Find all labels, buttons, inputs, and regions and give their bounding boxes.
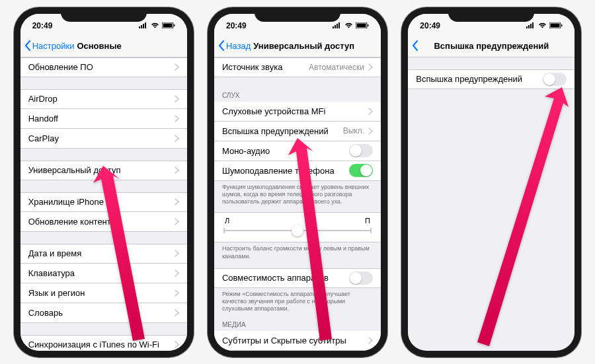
compat-switch[interactable]	[349, 272, 373, 285]
signal-icon	[333, 22, 342, 28]
page-title: Универсальный доступ	[253, 41, 354, 51]
row-noise-cancel[interactable]: Шумоподавление телефона	[214, 161, 381, 181]
status-icons	[139, 22, 175, 28]
status-time: 20:49	[32, 21, 60, 30]
noise-switch[interactable]	[349, 164, 373, 177]
svg-rect-17	[528, 25, 530, 28]
svg-rect-18	[530, 24, 532, 28]
page-title: Вспышка предупреждений	[408, 41, 575, 51]
row-accessibility[interactable]: Универсальный доступ	[20, 161, 187, 180]
svg-marker-23	[477, 87, 569, 346]
balance-left: Л	[225, 217, 229, 225]
chevron-right-icon	[175, 341, 179, 348]
wifi-icon	[538, 22, 547, 28]
compat-footer: Режим «Совместимость аппаратов» улучшает…	[214, 288, 381, 314]
svg-rect-5	[163, 24, 172, 28]
row-dictionary[interactable]: Словарь	[20, 303, 187, 323]
slider-knob[interactable]	[292, 225, 303, 237]
chevron-right-icon	[368, 63, 373, 71]
row-language[interactable]: Язык и регион	[20, 283, 187, 303]
row-bgrefresh[interactable]: Обновление контента	[20, 212, 187, 232]
chevron-right-icon	[175, 135, 179, 142]
chevron-right-icon	[175, 250, 179, 257]
battery-icon	[162, 22, 175, 28]
media-header: МЕДИА	[214, 318, 381, 331]
content-1: Обновление ПО AirDrop Handoff CarPlay Ун…	[20, 57, 187, 351]
chevron-right-icon	[175, 95, 179, 102]
screen-3: 20:49 Вспышка предупреждений Вспышка пре…	[408, 14, 575, 351]
status-time: 20:49	[420, 21, 448, 30]
chevron-right-icon	[368, 337, 373, 344]
svg-rect-2	[143, 24, 144, 28]
svg-rect-22	[561, 24, 563, 26]
row-mono-audio[interactable]: Моно-аудио	[214, 141, 381, 161]
chevron-right-icon	[175, 198, 179, 205]
content-3: Вспышка предупреждений	[408, 69, 575, 89]
content-2: Источник звукаАвтоматически СЛУХ Слуховы…	[214, 57, 381, 351]
mono-switch[interactable]	[349, 144, 373, 157]
chevron-right-icon	[175, 289, 179, 297]
chevron-right-icon	[368, 108, 373, 115]
status-time: 20:49	[226, 21, 254, 30]
status-icons	[333, 22, 369, 28]
svg-rect-10	[337, 24, 338, 28]
row-storage[interactable]: Хранилище iPhone	[20, 192, 187, 212]
row-datetime[interactable]: Дата и время	[20, 244, 187, 264]
notch	[61, 7, 147, 22]
battery-icon	[356, 22, 369, 28]
chevron-right-icon	[175, 270, 179, 277]
row-airdrop[interactable]: AirDrop	[20, 89, 187, 109]
row-software-update[interactable]: Обновление ПО	[20, 57, 187, 77]
phone-2: 20:49 Назад Универсальный доступ Источни…	[208, 7, 387, 357]
flash-switch[interactable]	[543, 73, 567, 86]
navbar-3: Вспышка предупреждений	[408, 35, 575, 57]
row-subtitles[interactable]: Субтитры и Скрытые субтитры	[214, 331, 381, 351]
chevron-right-icon	[368, 127, 373, 135]
row-carplay[interactable]: CarPlay	[20, 129, 187, 149]
svg-rect-11	[338, 22, 340, 28]
status-icons	[526, 22, 563, 28]
row-itunes-wifi[interactable]: Синхронизация с iTunes по Wi-Fi	[20, 335, 187, 351]
wifi-icon	[344, 22, 353, 28]
svg-rect-1	[141, 25, 142, 28]
battery-icon	[549, 22, 563, 28]
svg-rect-3	[145, 22, 146, 28]
chevron-right-icon	[175, 63, 179, 71]
back-button[interactable]: Назад	[218, 40, 251, 51]
svg-rect-21	[551, 24, 560, 28]
chevron-right-icon	[175, 309, 179, 316]
wifi-icon	[151, 22, 159, 28]
balance-slider[interactable]: ЛП	[214, 212, 381, 242]
row-led-flash-toggle[interactable]: Вспышка предупреждений	[408, 69, 575, 89]
row-keyboard[interactable]: Клавиатура	[20, 264, 187, 283]
svg-rect-16	[526, 26, 528, 28]
svg-rect-0	[139, 26, 140, 28]
row-hearing-devices[interactable]: Слуховые устройства MFi	[214, 102, 381, 122]
navbar-2: Назад Универсальный доступ	[214, 35, 381, 57]
chevron-right-icon	[175, 115, 179, 122]
back-label: Назад	[226, 41, 251, 51]
page-title: Основные	[77, 41, 121, 51]
svg-rect-6	[174, 24, 175, 26]
phone-1: 20:49 Настройки Основные Обновление ПО A…	[14, 7, 194, 357]
notch	[448, 7, 534, 22]
back-button[interactable]: Настройки	[24, 40, 75, 51]
svg-rect-13	[356, 24, 366, 28]
chevron-right-icon	[175, 166, 179, 174]
chevron-right-icon	[175, 218, 179, 225]
row-audio-source[interactable]: Источник звукаАвтоматически	[214, 57, 381, 77]
signal-icon	[526, 22, 536, 28]
row-handoff[interactable]: Handoff	[20, 109, 187, 129]
svg-rect-19	[532, 22, 534, 28]
balance-right: П	[365, 217, 370, 225]
noise-footer: Функция шумоподавления снижает уровень в…	[214, 181, 381, 207]
signal-icon	[139, 22, 148, 28]
annotation-arrow	[471, 83, 570, 347]
screen-1: 20:49 Настройки Основные Обновление ПО A…	[20, 14, 187, 351]
hearing-header: СЛУХ	[214, 89, 381, 102]
notch	[255, 7, 340, 22]
row-compat[interactable]: Совместимость аппаратов	[214, 268, 381, 288]
phone-3: 20:49 Вспышка предупреждений Вспышка пре…	[401, 7, 581, 357]
row-led-flash[interactable]: Вспышка предупрежденийВыкл.	[214, 122, 381, 141]
navbar-1: Настройки Основные	[20, 35, 187, 57]
